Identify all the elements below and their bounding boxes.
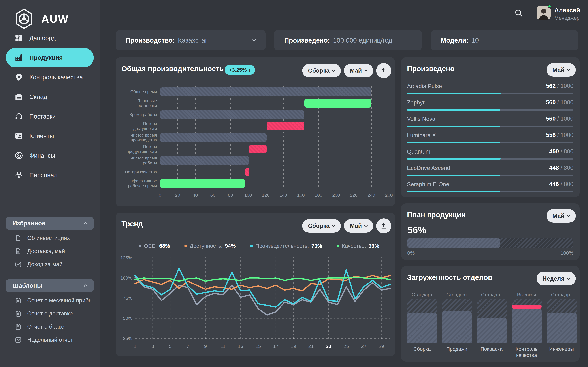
department-load-fill — [546, 313, 577, 343]
month-filter-dropdown[interactable]: Май — [546, 209, 576, 223]
export-icon — [380, 67, 387, 74]
oee-growth-badge: +3,25% ↑ — [225, 65, 255, 75]
favorites-section-header[interactable]: Избранное — [6, 217, 94, 230]
load-panel-title: Загруженность отделов — [407, 273, 493, 282]
clients-card-icon — [14, 132, 23, 140]
sidebar-item-staff-people[interactable]: Персонал — [0, 165, 100, 185]
x-tick-label: 21 — [305, 343, 317, 349]
product-progress-track — [407, 158, 573, 160]
logo[interactable]: AUW — [13, 8, 69, 30]
x-tick-label: 260 — [382, 192, 396, 198]
template-item[interactable]: Отчет о браке — [0, 320, 100, 333]
template-item[interactable]: Недельный отчет — [0, 333, 100, 347]
favorite-item[interactable]: Доставка, май — [0, 245, 100, 258]
export-button[interactable] — [376, 218, 391, 233]
legend-name: Доступность: — [190, 243, 223, 249]
plan-panel-title: План продукции — [407, 210, 466, 219]
load-panel-controls: Неделя — [536, 272, 576, 285]
x-tick-label: 15 — [252, 343, 264, 349]
product-total: / 1000 — [556, 99, 573, 106]
legend-item[interactable]: Качество:99% — [337, 243, 379, 249]
export-button[interactable] — [376, 63, 391, 78]
product-name: Luminara X — [407, 132, 436, 139]
product-value: 446 / 800 — [549, 181, 573, 187]
product-value: 450 / 800 — [549, 148, 573, 155]
x-tick-label: 23 — [322, 343, 335, 349]
x-tick-label: 3 — [147, 343, 159, 349]
department-name-label: Контроль качества — [508, 346, 545, 358]
sidebar-item-dashboard-grid[interactable]: Дашборд — [0, 28, 100, 48]
legend-item[interactable]: Доступность:94% — [184, 243, 236, 249]
dropdown-label: Сборка — [308, 223, 330, 229]
chip-production[interactable]: Производство: Казахстан — [116, 30, 266, 50]
sidebar-item-quality-shield[interactable]: Контроль качества — [0, 67, 100, 87]
department-level-label: Стандарт — [543, 292, 580, 298]
x-tick-label: 200 — [329, 192, 343, 198]
dropdown-label: Май — [350, 67, 362, 74]
online-status-dot — [548, 4, 552, 8]
sidebar-item-label: Склад — [29, 93, 47, 100]
produced-row: Seraphim E-One446 / 800 — [407, 179, 573, 195]
produced-row: Quantum450 / 800 — [407, 146, 573, 162]
produced-row: Voltis Nova560 / 1000 — [407, 113, 573, 130]
favorite-item[interactable]: Об инвестициях — [0, 232, 100, 245]
doc-icon — [15, 248, 22, 255]
x-tick-label: 1 — [129, 343, 141, 349]
x-tick-label: 60 — [206, 192, 220, 198]
product-progress-track — [407, 175, 573, 176]
chip-models: Модели: 10 — [431, 30, 578, 50]
product-value: 560 / 1000 — [546, 116, 573, 122]
template-item[interactable]: Отчет о месячной прибы… — [0, 294, 100, 307]
sidebar-item-factory[interactable]: Продукция — [6, 48, 94, 67]
sidebar-item-supply-network[interactable]: Поставки — [0, 107, 100, 126]
y-tick-label: 100% — [117, 275, 132, 281]
product-made: 560 — [546, 116, 555, 122]
template-item-label: Отчет о месячной прибы… — [27, 297, 98, 304]
trend-panel: Тренд Сборка Май OEE:68%Доступность:94%П… — [116, 213, 395, 356]
x-tick-label: 13 — [234, 343, 247, 349]
product-name: Seraphim E-One — [407, 181, 449, 188]
week-filter-dropdown[interactable]: Неделя — [536, 272, 576, 285]
waterfall-bar — [160, 156, 249, 165]
legend-name: Производительность: — [255, 243, 309, 249]
sidebar-item-warehouse[interactable]: Склад — [0, 87, 100, 107]
chevron-down-icon — [567, 213, 571, 217]
month-filter-dropdown[interactable]: Май — [546, 63, 576, 77]
month-filter-dropdown[interactable]: Май — [344, 219, 373, 233]
favorite-item[interactable]: Доход за май — [0, 258, 100, 271]
product-total: / 1000 — [556, 83, 573, 89]
product-progress-fill — [407, 125, 500, 127]
department-name-label: Сборка — [404, 346, 440, 352]
waterfall-row-label: Потеря качества — [119, 166, 157, 178]
sidebar-item-clients-card[interactable]: Клиенты — [0, 126, 100, 146]
waterfall-bar — [160, 110, 304, 119]
legend-value: 99% — [368, 243, 379, 249]
legend-item[interactable]: OEE:68% — [138, 243, 170, 249]
department-load-fill — [512, 309, 542, 343]
product-total: / 800 — [559, 165, 573, 171]
sidebar-item-finance-coin[interactable]: Финансы — [0, 146, 100, 165]
chip-produced: Произведено: 100.000 единиц/год — [274, 30, 422, 50]
month-filter-dropdown[interactable]: Май — [344, 64, 373, 77]
assembly-filter-dropdown[interactable]: Сборка — [302, 64, 341, 77]
legend-name: OEE: — [144, 243, 157, 249]
legend-value: 68% — [159, 243, 170, 249]
clipboard-icon — [15, 323, 22, 330]
template-item[interactable]: Отчет о доставке — [0, 307, 100, 320]
plan-percent: 56% — [407, 225, 426, 235]
templates-section-header[interactable]: Шаблоны — [6, 279, 94, 292]
x-tick-label: 20 — [171, 192, 184, 198]
chevron-up-icon — [84, 284, 87, 288]
x-tick-label: 140 — [277, 192, 290, 198]
template-item-label: Отчет о браке — [27, 324, 64, 330]
product-value: 562 / 1000 — [546, 83, 573, 89]
warehouse-icon — [14, 92, 23, 101]
search-button[interactable] — [513, 8, 524, 18]
template-item-label: Отчет о доставке — [27, 310, 73, 317]
product-progress-fill — [407, 158, 501, 160]
produced-row: Luminara X558 / 1000 — [407, 130, 573, 146]
favorites-list: Об инвестицияхДоставка, майДоход за май — [0, 232, 100, 271]
waterfall-bar — [245, 168, 249, 176]
assembly-filter-dropdown[interactable]: Сборка — [302, 219, 341, 233]
legend-item[interactable]: Производительность:70% — [250, 243, 322, 249]
